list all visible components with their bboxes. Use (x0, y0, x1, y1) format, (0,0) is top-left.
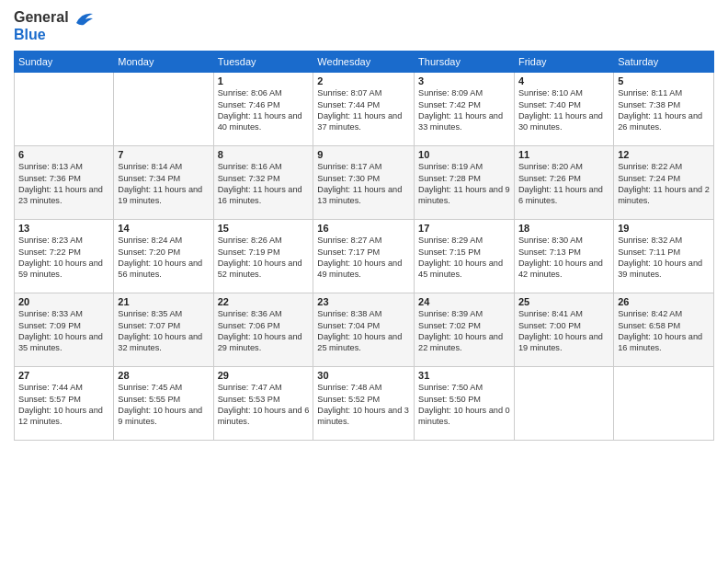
day-info: Sunrise: 8:13 AM Sunset: 7:36 PM Dayligh… (18, 161, 109, 207)
week-row-1: 1Sunrise: 8:06 AM Sunset: 7:46 PM Daylig… (15, 73, 714, 146)
day-number: 26 (618, 296, 710, 307)
logo-line1: General (14, 9, 95, 27)
day-cell: 3Sunrise: 8:09 AM Sunset: 7:42 PM Daylig… (415, 73, 515, 146)
day-number: 22 (218, 296, 310, 307)
day-number: 10 (418, 149, 510, 160)
logo-line2: Blue (14, 27, 95, 43)
day-cell (114, 73, 213, 146)
day-number: 15 (218, 223, 310, 234)
day-cell: 14Sunrise: 8:24 AM Sunset: 7:20 PM Dayli… (114, 220, 213, 293)
day-number: 18 (518, 223, 609, 234)
day-number: 14 (118, 223, 209, 234)
weekday-header-monday: Monday (114, 52, 213, 73)
day-info: Sunrise: 7:47 AM Sunset: 5:53 PM Dayligh… (218, 382, 310, 428)
day-cell: 22Sunrise: 8:36 AM Sunset: 7:06 PM Dayli… (213, 293, 313, 367)
day-cell: 7Sunrise: 8:14 AM Sunset: 7:34 PM Daylig… (114, 146, 213, 220)
day-info: Sunrise: 8:32 AM Sunset: 7:11 PM Dayligh… (618, 235, 710, 281)
day-info: Sunrise: 8:30 AM Sunset: 7:13 PM Dayligh… (518, 235, 609, 281)
day-info: Sunrise: 8:27 AM Sunset: 7:17 PM Dayligh… (317, 235, 410, 281)
day-number: 12 (618, 149, 710, 160)
day-info: Sunrise: 8:11 AM Sunset: 7:38 PM Dayligh… (618, 87, 710, 133)
day-cell: 15Sunrise: 8:26 AM Sunset: 7:19 PM Dayli… (213, 220, 313, 293)
day-info: Sunrise: 8:33 AM Sunset: 7:09 PM Dayligh… (18, 308, 109, 354)
day-number: 4 (518, 75, 609, 86)
day-info: Sunrise: 8:24 AM Sunset: 7:20 PM Dayligh… (118, 235, 209, 281)
day-info: Sunrise: 8:14 AM Sunset: 7:34 PM Dayligh… (118, 161, 209, 207)
day-info: Sunrise: 8:29 AM Sunset: 7:15 PM Dayligh… (418, 235, 510, 281)
day-info: Sunrise: 8:07 AM Sunset: 7:44 PM Dayligh… (317, 87, 410, 133)
week-row-4: 20Sunrise: 8:33 AM Sunset: 7:09 PM Dayli… (15, 293, 714, 367)
day-number: 20 (18, 296, 109, 307)
day-number: 6 (18, 149, 109, 160)
weekday-header-saturday: Saturday (614, 52, 714, 73)
day-number: 19 (618, 223, 710, 234)
day-cell: 20Sunrise: 8:33 AM Sunset: 7:09 PM Dayli… (15, 293, 114, 367)
day-cell: 28Sunrise: 7:45 AM Sunset: 5:55 PM Dayli… (114, 367, 213, 441)
day-number: 31 (418, 370, 510, 381)
day-cell: 1Sunrise: 8:06 AM Sunset: 7:46 PM Daylig… (213, 73, 313, 146)
day-cell: 8Sunrise: 8:16 AM Sunset: 7:32 PM Daylig… (213, 146, 313, 220)
logo: General Blue (14, 9, 95, 43)
day-number: 16 (317, 223, 410, 234)
day-info: Sunrise: 8:42 AM Sunset: 6:58 PM Dayligh… (618, 308, 710, 354)
logo-bird-icon (74, 10, 95, 27)
day-info: Sunrise: 8:39 AM Sunset: 7:02 PM Dayligh… (418, 308, 510, 354)
day-number: 28 (118, 370, 209, 381)
day-info: Sunrise: 8:26 AM Sunset: 7:19 PM Dayligh… (218, 235, 310, 281)
day-cell: 25Sunrise: 8:41 AM Sunset: 7:00 PM Dayli… (514, 293, 613, 367)
day-cell: 12Sunrise: 8:22 AM Sunset: 7:24 PM Dayli… (614, 146, 714, 220)
day-cell: 11Sunrise: 8:20 AM Sunset: 7:26 PM Dayli… (514, 146, 613, 220)
day-number: 17 (418, 223, 510, 234)
day-number: 24 (418, 296, 510, 307)
day-number: 21 (118, 296, 209, 307)
day-info: Sunrise: 8:23 AM Sunset: 7:22 PM Dayligh… (18, 235, 109, 281)
day-cell: 19Sunrise: 8:32 AM Sunset: 7:11 PM Dayli… (614, 220, 714, 293)
day-info: Sunrise: 8:10 AM Sunset: 7:40 PM Dayligh… (518, 87, 609, 133)
day-cell (15, 73, 114, 146)
day-cell: 9Sunrise: 8:17 AM Sunset: 7:30 PM Daylig… (313, 146, 415, 220)
day-info: Sunrise: 7:45 AM Sunset: 5:55 PM Dayligh… (118, 382, 209, 428)
week-row-5: 27Sunrise: 7:44 AM Sunset: 5:57 PM Dayli… (15, 367, 714, 441)
day-number: 1 (218, 75, 310, 86)
day-number: 5 (618, 75, 710, 86)
day-number: 27 (18, 370, 109, 381)
day-cell: 27Sunrise: 7:44 AM Sunset: 5:57 PM Dayli… (15, 367, 114, 441)
day-cell: 16Sunrise: 8:27 AM Sunset: 7:17 PM Dayli… (313, 220, 415, 293)
day-cell: 13Sunrise: 8:23 AM Sunset: 7:22 PM Dayli… (15, 220, 114, 293)
week-row-2: 6Sunrise: 8:13 AM Sunset: 7:36 PM Daylig… (15, 146, 714, 220)
day-cell: 21Sunrise: 8:35 AM Sunset: 7:07 PM Dayli… (114, 293, 213, 367)
day-info: Sunrise: 8:36 AM Sunset: 7:06 PM Dayligh… (218, 308, 310, 354)
weekday-header-tuesday: Tuesday (213, 52, 313, 73)
day-number: 23 (317, 296, 410, 307)
calendar-table: SundayMondayTuesdayWednesdayThursdayFrid… (14, 51, 714, 441)
day-number: 9 (317, 149, 410, 160)
day-info: Sunrise: 8:16 AM Sunset: 7:32 PM Dayligh… (218, 161, 310, 207)
weekday-header-friday: Friday (514, 52, 613, 73)
day-cell: 17Sunrise: 8:29 AM Sunset: 7:15 PM Dayli… (415, 220, 515, 293)
day-info: Sunrise: 7:48 AM Sunset: 5:52 PM Dayligh… (317, 382, 410, 428)
day-cell: 5Sunrise: 8:11 AM Sunset: 7:38 PM Daylig… (614, 73, 714, 146)
day-number: 7 (118, 149, 209, 160)
day-number: 11 (518, 149, 609, 160)
day-info: Sunrise: 8:09 AM Sunset: 7:42 PM Dayligh… (418, 87, 510, 133)
day-info: Sunrise: 8:20 AM Sunset: 7:26 PM Dayligh… (518, 161, 609, 207)
day-number: 13 (18, 223, 109, 234)
day-cell: 6Sunrise: 8:13 AM Sunset: 7:36 PM Daylig… (15, 146, 114, 220)
day-info: Sunrise: 8:35 AM Sunset: 7:07 PM Dayligh… (118, 308, 209, 354)
day-info: Sunrise: 8:38 AM Sunset: 7:04 PM Dayligh… (317, 308, 410, 354)
day-number: 29 (218, 370, 310, 381)
weekday-header-row: SundayMondayTuesdayWednesdayThursdayFrid… (15, 52, 714, 73)
day-info: Sunrise: 7:50 AM Sunset: 5:50 PM Dayligh… (418, 382, 510, 428)
day-cell: 24Sunrise: 8:39 AM Sunset: 7:02 PM Dayli… (415, 293, 515, 367)
day-info: Sunrise: 8:22 AM Sunset: 7:24 PM Dayligh… (618, 161, 710, 207)
day-info: Sunrise: 8:19 AM Sunset: 7:28 PM Dayligh… (418, 161, 510, 207)
day-cell (614, 367, 714, 441)
weekday-header-thursday: Thursday (415, 52, 515, 73)
day-number: 30 (317, 370, 410, 381)
day-info: Sunrise: 8:41 AM Sunset: 7:00 PM Dayligh… (518, 308, 609, 354)
day-number: 3 (418, 75, 510, 86)
day-info: Sunrise: 8:06 AM Sunset: 7:46 PM Dayligh… (218, 87, 310, 133)
header: General Blue (14, 9, 714, 43)
day-cell: 4Sunrise: 8:10 AM Sunset: 7:40 PM Daylig… (514, 73, 613, 146)
day-cell: 18Sunrise: 8:30 AM Sunset: 7:13 PM Dayli… (514, 220, 613, 293)
